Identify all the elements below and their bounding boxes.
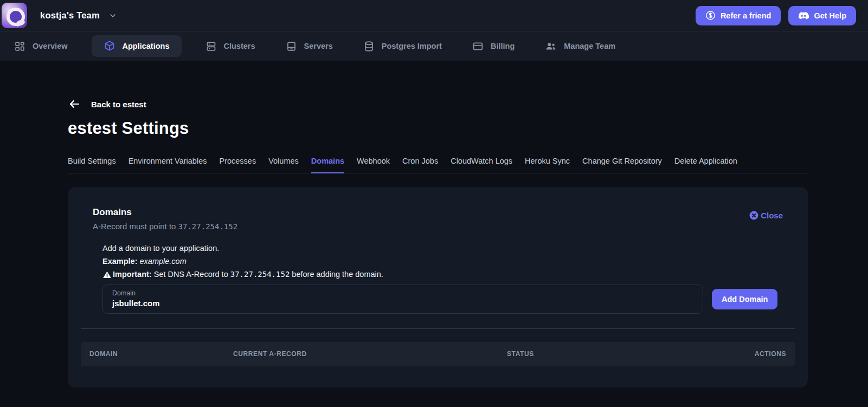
domain-field-label: Domain <box>112 289 693 297</box>
tab-webhook[interactable]: Webhook <box>357 157 390 173</box>
arrow-left-icon <box>68 98 81 111</box>
domains-table-header: DOMAIN CURRENT A-RECORD STATUS ACTIONS <box>81 342 795 366</box>
domains-card-header: Domains A-Record must point to 37.27.254… <box>93 207 783 231</box>
nav-item-overview[interactable]: Overview <box>8 36 74 57</box>
card-icon <box>472 41 484 52</box>
example-text: Example: example.com <box>102 257 795 266</box>
tab-environment-variables[interactable]: Environment Variables <box>128 157 207 173</box>
nav-label: Manage Team <box>564 42 615 50</box>
tab-heroku-sync[interactable]: Heroku Sync <box>525 157 570 173</box>
nav-item-manage-team[interactable]: Manage Team <box>538 35 622 57</box>
nav-label: Applications <box>123 42 170 50</box>
team-logo[interactable] <box>2 3 27 28</box>
add-domain-section: Add a domain to your application. Exampl… <box>102 244 795 314</box>
refer-a-friend-button[interactable]: Refer a friend <box>696 6 781 25</box>
tab-volumes[interactable]: Volumes <box>268 157 299 173</box>
users-icon <box>545 40 557 52</box>
chevron-down-icon[interactable] <box>108 11 117 20</box>
tab-processes[interactable]: Processes <box>219 157 256 173</box>
example-label: Example: <box>102 257 137 266</box>
tab-cron-jobs[interactable]: Cron Jobs <box>402 157 438 173</box>
column-header-domain: DOMAIN <box>89 350 233 358</box>
important-ip: 37.27.254.152 <box>230 270 290 279</box>
get-help-label: Get Help <box>814 11 846 20</box>
close-circle-icon <box>749 210 759 221</box>
warning-triangle-icon <box>102 270 112 279</box>
nav-item-billing[interactable]: Billing <box>466 36 521 57</box>
instruction-text: Add a domain to your application. <box>102 244 795 253</box>
important-text: Important: Set DNS A-Record to 37.27.254… <box>102 270 795 279</box>
nav-label: Postgres Import <box>382 42 442 50</box>
close-label: Close <box>761 211 783 220</box>
tab-domains[interactable]: Domains <box>311 157 344 173</box>
database-icon <box>363 41 375 52</box>
domain-input[interactable] <box>112 299 693 308</box>
discord-icon <box>798 10 809 21</box>
nav-label: Billing <box>491 42 515 50</box>
nav-label: Clusters <box>224 42 255 50</box>
important-sentence: Important: Set DNS A-Record to 37.27.254… <box>113 270 383 279</box>
subtitle-text: A-Record must point to <box>93 222 178 231</box>
back-link-label: Back to estest <box>91 100 146 109</box>
nav-item-servers[interactable]: Servers <box>279 36 339 57</box>
cube-icon <box>104 40 115 52</box>
domain-input-row: Domain Add Domain <box>102 285 795 314</box>
domains-card: Domains A-Record must point to 37.27.254… <box>68 187 808 387</box>
card-title: Domains <box>93 207 237 218</box>
dollar-circle-icon <box>705 10 716 21</box>
grid-icon <box>14 41 25 52</box>
important-after: before adding the domain. <box>290 270 383 279</box>
domains-card-titles: Domains A-Record must point to 37.27.254… <box>93 207 237 231</box>
important-before: Set DNS A-Record to <box>152 270 230 279</box>
server-icon <box>286 41 297 52</box>
tab-delete-application[interactable]: Delete Application <box>674 157 737 173</box>
nav-item-postgres-import[interactable]: Postgres Import <box>357 36 448 57</box>
close-button[interactable]: Close <box>749 210 783 221</box>
tab-cloudwatch-logs[interactable]: CloudWatch Logs <box>451 157 512 173</box>
nav-label: Overview <box>33 42 68 50</box>
back-link[interactable]: Back to estest <box>68 98 868 111</box>
refer-a-friend-label: Refer a friend <box>721 11 771 20</box>
a-record-subtitle: A-Record must point to 37.27.254.152 <box>93 222 237 231</box>
stack-icon <box>205 41 217 52</box>
column-header-status: STATUS <box>507 350 755 358</box>
important-label: Important: <box>113 270 152 279</box>
team-name[interactable]: kostja's Team <box>40 10 100 21</box>
card-divider <box>81 328 795 329</box>
add-domain-button[interactable]: Add Domain <box>712 289 777 309</box>
settings-tabs: Build Settings Environment Variables Pro… <box>68 157 808 173</box>
column-header-a-record: CURRENT A-RECORD <box>233 350 507 358</box>
nav-label: Servers <box>304 42 333 50</box>
main-navbar: Overview Applications Clusters Servers P… <box>0 31 868 61</box>
page-title: estest Settings <box>68 119 868 138</box>
example-value: example.com <box>140 257 187 266</box>
nav-item-clusters[interactable]: Clusters <box>199 36 262 57</box>
column-header-actions: ACTIONS <box>755 350 786 358</box>
domain-field-container[interactable]: Domain <box>102 285 703 314</box>
nav-item-applications[interactable]: Applications <box>92 35 182 57</box>
topbar-actions: Refer a friend Get Help <box>696 6 856 25</box>
tab-change-git-repository[interactable]: Change Git Repository <box>582 157 662 173</box>
get-help-button[interactable]: Get Help <box>788 6 856 25</box>
tab-build-settings[interactable]: Build Settings <box>68 157 116 173</box>
a-record-ip: 37.27.254.152 <box>178 222 238 231</box>
main-content: Back to estest estest Settings Build Set… <box>0 61 868 387</box>
top-header-bar: kostja's Team Refer a friend Get Help <box>0 0 868 31</box>
